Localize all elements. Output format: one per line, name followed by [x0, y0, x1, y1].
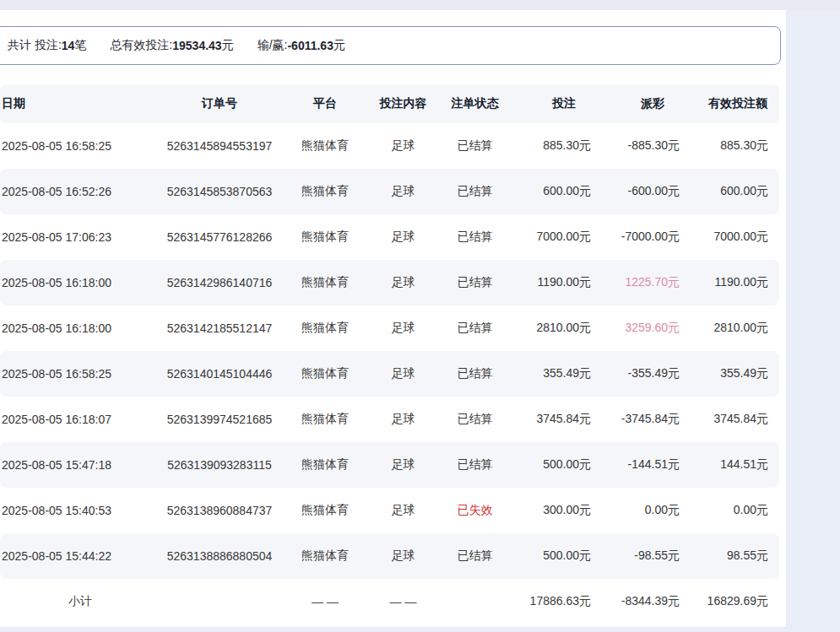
subtotal-bet-value: 17886.63元	[515, 579, 591, 624]
cell-status: 已结算	[435, 305, 515, 351]
summary-valid-unit: 元	[222, 38, 234, 53]
table-header: 日期 订单号 平台 投注内容 注单状态 投注 派彩 有效投注额	[0, 84, 779, 123]
cell-status: 已结算	[435, 169, 515, 214]
subtotal-payout-value: -8344.39元	[591, 579, 680, 624]
cell-bet: 300.00元	[515, 488, 591, 533]
summary-bet-count-unit: 笔	[74, 38, 86, 53]
cell-valid: 600.00元	[680, 169, 779, 214]
cell-payout: -98.55元	[591, 533, 680, 579]
cell-platform: 熊猫体育	[279, 488, 371, 533]
summary-valid-label: 总有效投注:	[110, 38, 172, 53]
table-row: 2025-08-05 15:47:18 5263139093283115 熊猫体…	[0, 442, 779, 488]
cell-valid: 7000.00元	[680, 214, 779, 260]
cell-content: 足球	[371, 351, 435, 397]
cell-payout: -885.30元	[591, 123, 680, 169]
cell-payout: 3259.60元	[591, 305, 680, 351]
bet-records-section: 日期 订单号 平台 投注内容 注单状态 投注 派彩 有效投注额 2025-08-…	[0, 84, 779, 624]
table-row: 2025-08-05 16:18:07 5263139974521685 熊猫体…	[0, 397, 779, 442]
cell-bet: 500.00元	[515, 442, 591, 488]
cell-payout: -3745.84元	[591, 397, 680, 442]
subtotal-status-cell	[435, 579, 515, 624]
column-header-status: 注单状态	[435, 84, 515, 123]
subtotal-platform-dash: — —	[279, 579, 371, 624]
right-side-panel	[786, 10, 840, 632]
summary-bar: 共计 投注:14笔 总有效投注:19534.43元 输/赢:-6011.63元	[0, 26, 781, 65]
cell-platform: 熊猫体育	[279, 351, 371, 397]
summary-winloss-unit: 元	[333, 38, 345, 53]
cell-date: 2025-08-05 15:40:53	[0, 488, 160, 533]
summary-total-label: 共计 投注:	[8, 38, 62, 53]
cell-platform: 熊猫体育	[279, 214, 371, 260]
cell-bet: 2810.00元	[515, 305, 591, 351]
subtotal-row: 小计 — — — — 17886.63元 -8344.39元 16829.69元	[0, 579, 779, 624]
cell-platform: 熊猫体育	[279, 442, 371, 488]
cell-order: 5263145776128266	[160, 214, 279, 260]
cell-platform: 熊猫体育	[279, 533, 371, 579]
cell-content: 足球	[371, 488, 435, 533]
cell-valid: 885.30元	[680, 123, 779, 169]
cell-order: 5263145894553197	[160, 123, 279, 169]
cell-status: 已结算	[435, 533, 515, 579]
cell-payout: -7000.00元	[591, 214, 680, 260]
summary-bet-count: 14	[62, 39, 75, 52]
cell-bet: 1190.00元	[515, 260, 591, 305]
cell-date: 2025-08-05 17:06:23	[0, 214, 160, 260]
cell-payout: -600.00元	[591, 169, 680, 214]
cell-payout: 0.00元	[591, 488, 680, 533]
cell-content: 足球	[371, 397, 435, 442]
subtotal-content-dash: — —	[371, 579, 435, 624]
table-body: 2025-08-05 16:58:25 5263145894553197 熊猫体…	[0, 123, 779, 579]
cell-order: 5263145853870563	[160, 169, 279, 214]
cell-status: 已失效	[435, 488, 515, 533]
table-row: 2025-08-05 16:18:00 5263142986140716 熊猫体…	[0, 260, 779, 305]
cell-status: 已结算	[435, 442, 515, 488]
cell-status: 已结算	[435, 397, 515, 442]
subtotal-order-cell	[160, 579, 279, 624]
cell-payout: -355.49元	[591, 351, 680, 397]
cell-date: 2025-08-05 16:18:07	[0, 397, 160, 442]
table-row: 2025-08-05 16:18:00 5263142185512147 熊猫体…	[0, 305, 779, 351]
cell-bet: 885.30元	[515, 123, 591, 169]
cell-date: 2025-08-05 16:18:00	[0, 260, 160, 305]
cell-valid: 355.49元	[680, 351, 779, 397]
cell-status: 已结算	[435, 260, 515, 305]
cell-content: 足球	[371, 533, 435, 579]
cell-content: 足球	[371, 442, 435, 488]
column-header-platform: 平台	[279, 84, 371, 123]
subtotal-valid-value: 16829.69元	[680, 579, 779, 624]
table-row: 2025-08-05 16:58:25 5263145894553197 熊猫体…	[0, 123, 779, 169]
cell-valid: 0.00元	[680, 488, 779, 533]
table-row: 2025-08-05 17:06:23 5263145776128266 熊猫体…	[0, 214, 779, 260]
top-band	[0, 0, 840, 10]
cell-order: 5263138886880504	[160, 533, 279, 579]
column-header-order: 订单号	[160, 84, 279, 123]
table-row: 2025-08-05 15:44:22 5263138886880504 熊猫体…	[0, 533, 779, 579]
column-header-content: 投注内容	[371, 84, 435, 123]
cell-order: 5263138960884737	[160, 488, 279, 533]
cell-content: 足球	[371, 214, 435, 260]
cell-valid: 98.55元	[680, 533, 779, 579]
cell-date: 2025-08-05 16:52:26	[0, 169, 160, 214]
cell-valid: 1190.00元	[680, 260, 779, 305]
cell-platform: 熊猫体育	[279, 169, 371, 214]
cell-content: 足球	[371, 260, 435, 305]
cell-payout: 1225.70元	[591, 260, 680, 305]
cell-platform: 熊猫体育	[279, 123, 371, 169]
cell-valid: 3745.84元	[680, 397, 779, 442]
cell-bet: 3745.84元	[515, 397, 591, 442]
cell-content: 足球	[371, 123, 435, 169]
table-footer: 小计 — — — — 17886.63元 -8344.39元 16829.69元	[0, 579, 779, 624]
cell-status: 已结算	[435, 214, 515, 260]
summary-winloss-value: -6011.63	[287, 39, 333, 52]
cell-bet: 355.49元	[515, 351, 591, 397]
bet-records-table: 日期 订单号 平台 投注内容 注单状态 投注 派彩 有效投注额 2025-08-…	[0, 84, 779, 624]
cell-platform: 熊猫体育	[279, 397, 371, 442]
table-row: 2025-08-05 15:40:53 5263138960884737 熊猫体…	[0, 488, 779, 533]
cell-bet: 7000.00元	[515, 214, 591, 260]
cell-date: 2025-08-05 16:58:25	[0, 123, 160, 169]
cell-valid: 2810.00元	[680, 305, 779, 351]
subtotal-label: 小计	[0, 579, 160, 624]
cell-status: 已结算	[435, 123, 515, 169]
cell-content: 足球	[371, 305, 435, 351]
cell-date: 2025-08-05 16:58:25	[0, 351, 160, 397]
